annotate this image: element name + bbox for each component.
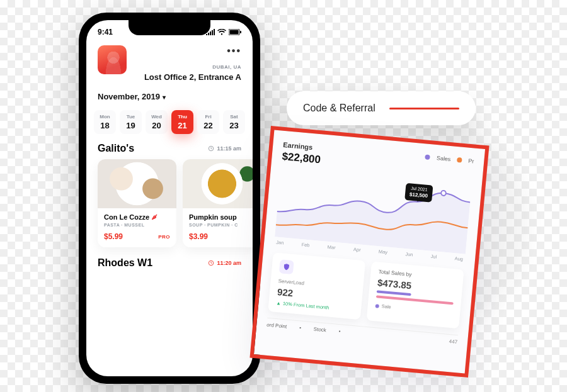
x-tick: Feb — [301, 242, 310, 248]
x-tick: Apr — [353, 247, 361, 253]
date-weekday: Wed — [146, 114, 168, 120]
earnings-chart: Jul 2021 $12,500 — [275, 168, 472, 254]
food-price: $3.99 — [189, 232, 208, 241]
svg-point-5 — [441, 191, 446, 196]
status-time: 9:41 — [98, 28, 113, 36]
food-tags: SOUP · PUMPKIN · C — [189, 223, 253, 227]
clock-icon — [208, 145, 214, 152]
tooltip-value: $12,500 — [410, 191, 428, 199]
server-load-card[interactable]: ServerLoad 922 ▲ 10% From Last month — [268, 252, 365, 320]
date-cell[interactable]: Thu21 — [171, 110, 193, 134]
footer-number: 447 — [449, 339, 457, 345]
legend-label-sales: Sales — [436, 155, 450, 162]
total-sales-card[interactable]: Total Sales by $473.85 Sale — [367, 261, 464, 328]
section-header: Galito's11:15 am — [86, 143, 253, 159]
svg-rect-1 — [230, 30, 239, 35]
phone-screen: 9:41 ••• DUBAI, UA Lost Office 2, Entran… — [86, 20, 253, 376]
footer-ordpoint: ord Point — [266, 322, 287, 330]
x-tick: Jun — [405, 251, 413, 257]
chart-tooltip: Jul 2021 $12,500 — [404, 183, 433, 203]
stat-cards-row: ServerLoad 922 ▲ 10% From Last month Tot… — [268, 252, 464, 328]
date-weekday: Tue — [120, 114, 142, 120]
total-sales-legend: Sale — [375, 303, 452, 315]
legend-dot-sales — [425, 154, 431, 160]
food-title: Pumpkin soup — [189, 213, 253, 221]
svg-rect-2 — [240, 31, 241, 33]
section-header: Rhodes W111:20 am — [86, 257, 253, 274]
avatar[interactable] — [98, 45, 127, 74]
date-weekday: Mon — [94, 114, 116, 120]
chart-legend: Sales Pr — [425, 154, 474, 164]
wifi-icon — [217, 29, 226, 35]
arrow-up-icon: ▲ — [276, 300, 281, 306]
chevron-down-icon: ▾ — [163, 94, 166, 101]
header-right: ••• DUBAI, UA Lost Office 2, Entrance A — [144, 45, 241, 82]
date-number: 22 — [197, 121, 219, 130]
date-cell[interactable]: Mon18 — [94, 110, 116, 134]
section-time: 11:20 am — [208, 260, 241, 266]
legend-dot-sale — [375, 304, 380, 308]
app-header: ••• DUBAI, UA Lost Office 2, Entrance A — [86, 36, 253, 88]
x-tick: Mar — [327, 244, 336, 250]
food-card[interactable]: Pumpkin soupSOUP · PUMPKIN · C$3.99 — [183, 159, 253, 247]
date-cell[interactable]: Sat23 — [223, 110, 245, 134]
chili-icon: 🌶 — [152, 214, 158, 220]
date-number: 23 — [223, 121, 245, 130]
date-weekday: Fri — [197, 114, 219, 120]
status-icons — [206, 29, 241, 35]
battery-icon — [229, 29, 241, 35]
food-price: $5.99 — [104, 232, 123, 241]
dashboard-panel: Earnings $22,800 Sales Pr Jul 2021 $12,5… — [249, 126, 489, 378]
date-number: 19 — [120, 121, 142, 130]
month-label: November, 2019 — [98, 92, 160, 101]
date-strip[interactable]: Mon18Tue19Wed20Thu21Fri22Sat23 — [86, 105, 253, 143]
date-weekday: Thu — [171, 114, 193, 120]
date-weekday: Sat — [223, 114, 245, 120]
legend-label-sale: Sale — [381, 303, 391, 310]
x-tick: Aug — [454, 255, 463, 262]
x-tick: May — [379, 249, 388, 255]
food-row[interactable]: Con Le Cozze 🌶PASTA · MUSSEL$5.99PROPump… — [86, 159, 253, 257]
pill-label: Code & Referral — [303, 103, 375, 114]
section-time: 11:15 am — [208, 145, 241, 152]
food-title: Con Le Cozze 🌶 — [104, 213, 170, 221]
code-referral-pill[interactable]: Code & Referral — [287, 91, 476, 125]
shield-icon — [279, 259, 294, 274]
clock-icon — [208, 260, 214, 266]
footer-stock: Stock — [313, 326, 326, 333]
date-number: 18 — [94, 121, 116, 130]
date-number: 20 — [146, 121, 168, 130]
food-tags: PASTA · MUSSEL — [104, 223, 170, 227]
food-card[interactable]: Con Le Cozze 🌶PASTA · MUSSEL$5.99PRO — [98, 159, 176, 247]
legend-label-profit: Pr — [468, 158, 474, 165]
location-sub: DUBAI, UA — [212, 64, 241, 70]
date-number: 21 — [171, 121, 193, 130]
x-tick: Jul — [430, 254, 437, 260]
phone-frame: 9:41 ••• DUBAI, UA Lost Office 2, Entran… — [79, 13, 260, 384]
food-image — [183, 159, 253, 208]
address-title[interactable]: Lost Office 2, Entrance A — [144, 72, 241, 82]
legend-dot-profit — [457, 157, 462, 163]
more-icon[interactable]: ••• — [227, 45, 241, 57]
section-title[interactable]: Galito's — [98, 143, 134, 154]
x-tick: Jan — [276, 240, 284, 246]
date-cell[interactable]: Fri22 — [197, 110, 219, 134]
food-image — [98, 159, 176, 208]
phone-notch — [129, 20, 210, 35]
earnings-value: $22,800 — [282, 150, 321, 166]
date-cell[interactable]: Tue19 — [120, 110, 142, 134]
pro-badge: PRO — [158, 234, 170, 240]
month-picker[interactable]: November, 2019 ▾ — [86, 88, 253, 105]
server-load-change-text: 10% From Last month — [283, 301, 329, 311]
date-cell[interactable]: Wed20 — [146, 110, 168, 134]
pill-accent-line — [389, 108, 459, 109]
section-title[interactable]: Rhodes W1 — [98, 257, 152, 269]
